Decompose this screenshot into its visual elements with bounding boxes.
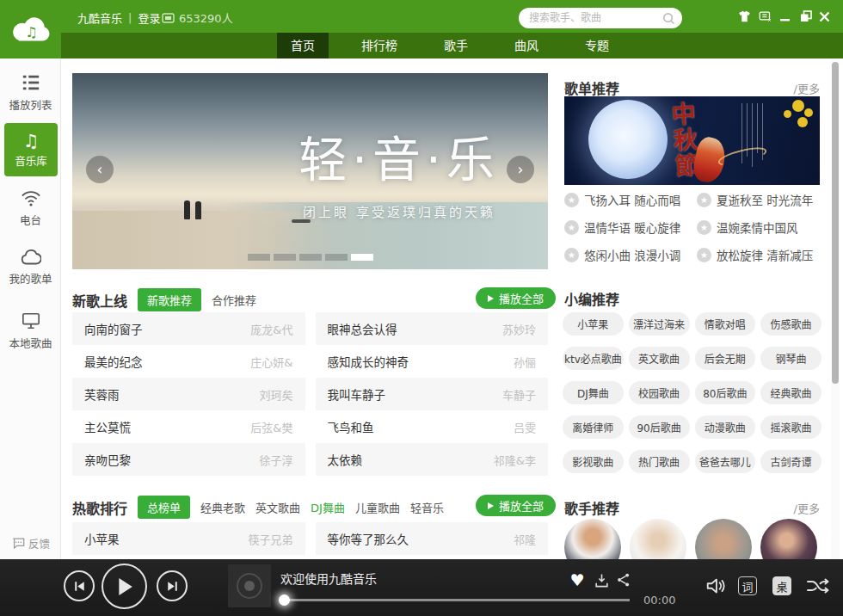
song-row[interactable]: 我叫车静子车静子 — [316, 378, 549, 410]
carousel-dot[interactable] — [299, 254, 322, 261]
nav-tab-home[interactable]: 首页 — [277, 33, 329, 59]
playlist-rec-more-link[interactable]: /更多 — [794, 80, 820, 96]
feedback-icon — [12, 538, 25, 549]
playlist-item[interactable]: ★温婉柔情中国风 — [697, 219, 822, 236]
scrollbar-thumb[interactable] — [832, 62, 839, 384]
skin-button[interactable] — [738, 9, 751, 23]
song-row[interactable]: 小苹果筷子兄弟 — [72, 522, 305, 555]
song-row[interactable]: 亲吻巴黎徐子淳 — [72, 443, 305, 476]
song-row[interactable]: 向南的窗子庞龙&代 — [72, 312, 305, 345]
carousel-prev-button[interactable]: ‹ — [86, 156, 114, 183]
sidebar-item-music-library[interactable]: ♫ 音乐库 — [4, 123, 58, 176]
sidebar-label: 音乐库 — [15, 152, 47, 169]
nav-tab-genres[interactable]: 曲风 — [501, 33, 552, 59]
playlist-item[interactable]: ★放松旋律 清新减压 — [697, 246, 822, 263]
tag-pill[interactable]: 情歌对唱 — [695, 312, 756, 336]
carousel-next-button[interactable]: › — [507, 156, 534, 183]
tab-dj-dance[interactable]: DJ舞曲 — [311, 499, 345, 515]
volume-button[interactable] — [704, 575, 728, 597]
favorite-button[interactable]: ♥ — [568, 571, 587, 588]
play-icon — [488, 502, 494, 509]
playlist-rec-title: 歌单推荐 — [564, 77, 619, 98]
nav-tab-artists[interactable]: 歌手 — [430, 33, 482, 59]
tag-pill[interactable]: 热门歌曲 — [629, 450, 690, 473]
song-row[interactable]: 主公莫慌后弦&樊 — [72, 410, 305, 443]
carousel-banner[interactable]: 轻·音·乐 闭上眼 享受返璞归真的天籁 ‹ › — [72, 73, 548, 269]
minimize-button[interactable] — [779, 9, 791, 23]
tab-new-songs-rec[interactable]: 新歌推荐 — [138, 288, 201, 311]
playlist-item[interactable]: ★夏逝秋至 时光流年 — [697, 191, 822, 208]
tag-pill[interactable]: DJ舞曲 — [563, 381, 624, 404]
song-row[interactable]: 最美的纪念庄心妍& — [72, 345, 305, 378]
next-track-button[interactable] — [157, 570, 188, 601]
song-row[interactable]: 飞鸟和鱼吕雯 — [316, 410, 549, 443]
app-logo[interactable]: ♫ — [0, 0, 61, 59]
restore-button[interactable] — [800, 9, 812, 23]
play-mode-button[interactable] — [805, 575, 831, 597]
tag-pill[interactable]: 动漫歌曲 — [695, 416, 756, 439]
carousel-dot[interactable] — [274, 254, 296, 261]
search-input[interactable] — [529, 12, 662, 24]
song-row[interactable]: 眼神总会认得苏妙玲 — [316, 312, 549, 345]
search-box[interactable] — [519, 8, 682, 28]
tag-pill[interactable]: 影视歌曲 — [563, 450, 624, 473]
close-button[interactable] — [819, 9, 830, 23]
tag-pill[interactable]: 后会无期 — [695, 347, 756, 370]
share-button[interactable] — [614, 570, 633, 589]
login-link[interactable]: 登录 — [138, 9, 160, 26]
feedback-link[interactable]: 反馈 — [12, 535, 50, 551]
sidebar-item-local-songs[interactable]: 本地歌曲 — [0, 312, 61, 351]
tag-pill[interactable]: 摇滚歌曲 — [760, 416, 821, 439]
tab-english-songs[interactable]: 英文歌曲 — [255, 499, 300, 515]
progress-bar[interactable] — [280, 599, 630, 601]
tag-pill[interactable]: ktv必点歌曲 — [563, 347, 624, 370]
tab-total-chart[interactable]: 总榜单 — [138, 496, 190, 519]
song-row[interactable]: 芙蓉雨刘珂矣 — [72, 378, 305, 410]
carousel-dot[interactable] — [325, 254, 348, 261]
desktop-lyrics-button[interactable]: 桌 — [772, 576, 791, 595]
tag-pill[interactable]: 80后歌曲 — [695, 381, 756, 404]
song-row[interactable]: 感知成长的神奇孙俪 — [316, 345, 549, 378]
previous-track-button[interactable] — [64, 570, 95, 601]
carousel-dot-active[interactable] — [351, 254, 373, 261]
artist-rec-more-link[interactable]: /更多 — [794, 500, 820, 516]
tag-pill[interactable]: 离婚律师 — [563, 416, 624, 439]
tab-classic-songs[interactable]: 经典老歌 — [200, 499, 245, 515]
playlist-item[interactable]: ★飞扬入耳 随心而唱 — [564, 191, 690, 208]
mid-autumn-banner[interactable]: 中秋節 — [564, 96, 820, 185]
download-button[interactable] — [592, 570, 611, 589]
hot-songs-play-all-button[interactable]: 播放全部 — [476, 495, 556, 516]
new-songs-play-all-button[interactable]: 播放全部 — [476, 287, 556, 309]
tab-cooperation-rec[interactable]: 合作推荐 — [212, 292, 256, 308]
tag-pill[interactable]: 英文歌曲 — [629, 347, 690, 370]
restore-icon — [800, 10, 812, 22]
tag-pill[interactable]: 爸爸去哪儿 — [695, 450, 756, 473]
progress-knob[interactable] — [279, 594, 290, 606]
tag-pill[interactable]: 90后歌曲 — [629, 416, 690, 439]
tag-pill[interactable]: 校园歌曲 — [629, 381, 690, 404]
song-row[interactable]: 太依赖祁隆&李 — [316, 443, 549, 476]
tag-pill[interactable]: 漂洋过海来 — [629, 312, 690, 336]
sidebar-item-my-playlists[interactable]: 我的歌单 — [0, 249, 61, 286]
tag-pill[interactable]: 古剑奇谭 — [760, 450, 821, 473]
tag-pill[interactable]: 钢琴曲 — [760, 347, 821, 370]
playlist-item[interactable]: ★温情华语 暖心旋律 — [564, 219, 690, 236]
carousel-dot[interactable] — [248, 254, 270, 261]
tag-pill[interactable]: 小苹果 — [563, 312, 624, 336]
nav-tab-topics[interactable]: 专题 — [571, 33, 623, 59]
lyrics-button[interactable]: 词 — [738, 576, 757, 595]
search-icon[interactable] — [662, 12, 675, 25]
playlist-item[interactable]: ★悠闲小曲 浪漫小调 — [564, 246, 690, 263]
sidebar-item-playlist[interactable]: 播放列表 — [0, 74, 61, 113]
nav-tab-charts[interactable]: 排行榜 — [348, 33, 411, 59]
play-button[interactable] — [102, 564, 147, 609]
sidebar-item-radio[interactable]: 电台 — [0, 189, 61, 228]
tag-pill[interactable]: 伤感歌曲 — [760, 312, 821, 336]
shirt-icon — [738, 10, 751, 22]
feedback-window-button[interactable] — [759, 9, 772, 23]
tab-light-music[interactable]: 轻音乐 — [410, 499, 444, 515]
tag-pill[interactable]: 经典歌曲 — [760, 381, 821, 404]
tab-children-songs[interactable]: 儿童歌曲 — [355, 499, 400, 515]
playlist-rec-list: ★飞扬入耳 随心而唱 ★夏逝秋至 时光流年 ★温情华语 暖心旋律 ★温婉柔情中国… — [564, 191, 822, 274]
song-row[interactable]: 等你等了那么久祁隆 — [316, 522, 549, 555]
